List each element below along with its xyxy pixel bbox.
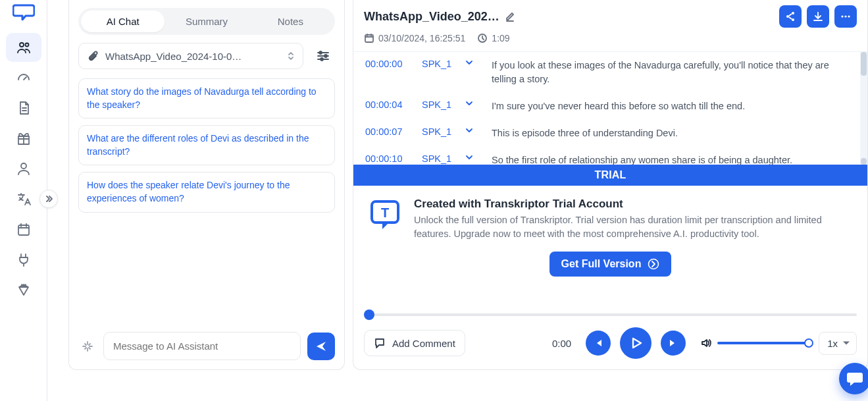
svg-rect-14 — [365, 35, 373, 42]
rail-gauge-icon[interactable] — [6, 63, 41, 92]
ai-message-input[interactable] — [103, 332, 301, 360]
file-selector-row: WhatsApp_Video_2024-10-0… — [78, 43, 335, 69]
progress-track — [364, 313, 857, 316]
header-actions — [779, 5, 857, 28]
add-comment-button[interactable]: Add Comment — [364, 330, 465, 356]
timestamp: 00:00:10 — [365, 153, 417, 164]
transkriptor-logo-icon: T — [368, 198, 402, 232]
suggestion-item[interactable]: How does the speaker relate Devi's journ… — [78, 172, 335, 212]
file-name: WhatsApp_Video_2024-10-0… — [105, 51, 280, 62]
rail-translate-icon[interactable] — [6, 184, 41, 213]
suggestion-item[interactable]: What story do the images of Navadurga te… — [78, 78, 335, 119]
tab-notes[interactable]: Notes — [249, 11, 332, 32]
volume-icon — [700, 337, 712, 349]
volume-control[interactable] — [700, 337, 809, 349]
player-controls: Add Comment 0:00 1x — [364, 327, 857, 359]
transcript-text: If you look at these images of the Navad… — [492, 59, 855, 86]
duration-meta: 1:09 — [477, 33, 509, 43]
upsell-card: T Created with Transkriptor Trial Accoun… — [353, 186, 867, 248]
title-text: WhatsApp_Video_202… — [364, 10, 499, 24]
cta-label: Get Full Version — [561, 258, 642, 270]
rail-calendar-icon[interactable] — [6, 215, 41, 244]
player: Add Comment 0:00 1x — [353, 302, 867, 369]
svg-text:T: T — [381, 205, 389, 220]
progress-bar[interactable] — [364, 309, 857, 321]
svg-point-1 — [25, 43, 28, 47]
composer — [78, 324, 335, 369]
rail-gift-icon[interactable] — [6, 124, 41, 153]
arrow-right-circle-icon — [648, 258, 659, 270]
next-button[interactable] — [661, 331, 686, 356]
trial-banner: TRIAL — [353, 165, 867, 186]
chevron-down-icon[interactable] — [465, 126, 486, 134]
duration-text: 1:09 — [492, 33, 509, 43]
rail-people-icon[interactable] — [6, 33, 41, 62]
transcript-row[interactable]: 00:00:07 SPK_1 This is episode three of … — [353, 120, 867, 147]
side-rail — [0, 0, 47, 401]
scrollbar-thumb[interactable] — [861, 52, 867, 76]
svg-point-11 — [841, 15, 843, 17]
prev-button[interactable] — [586, 331, 611, 356]
file-selector[interactable]: WhatsApp_Video_2024-10-0… — [78, 43, 303, 69]
suggestions-list: What story do the images of Navadurga te… — [78, 78, 335, 213]
file-title: WhatsApp_Video_202… — [364, 10, 515, 24]
paperclip-icon — [87, 50, 99, 62]
upsell-title: Created with Transkriptor Trial Account — [414, 198, 853, 211]
speaker-label[interactable]: SPK_1 — [422, 153, 460, 164]
svg-point-0 — [20, 43, 24, 47]
svg-point-13 — [848, 15, 850, 17]
rail-diamond-icon[interactable] — [6, 275, 41, 304]
transcript-text: So the first role of relationship any wo… — [492, 153, 855, 165]
timestamp: 00:00:04 — [365, 99, 417, 110]
speaker-label[interactable]: SPK_1 — [422, 126, 460, 137]
play-button[interactable] — [620, 327, 651, 359]
add-comment-label: Add Comment — [392, 338, 455, 349]
transcript-row[interactable]: 00:00:04 SPK_1 I'm sure you've never hea… — [353, 93, 867, 120]
suggestion-item[interactable]: What are the different roles of Devi as … — [78, 125, 335, 165]
rail-document-icon[interactable] — [6, 94, 41, 122]
help-bubble-button[interactable] — [839, 363, 868, 394]
speaker-label[interactable]: SPK_1 — [422, 59, 460, 69]
tab-summary[interactable]: Summary — [165, 11, 248, 32]
rail-user-icon[interactable] — [6, 154, 41, 183]
svg-point-9 — [792, 12, 794, 14]
tabs: AI Chat Summary Notes — [78, 8, 335, 35]
transcript: 00:00:00 SPK_1 If you look at these imag… — [353, 51, 867, 165]
filter-button[interactable] — [311, 44, 335, 68]
send-button[interactable] — [307, 333, 335, 360]
volume-thumb[interactable] — [804, 338, 813, 348]
svg-rect-4 — [18, 225, 29, 235]
file-meta: 03/10/2024, 16:25:51 1:09 — [353, 28, 867, 51]
download-button[interactable] — [807, 5, 829, 28]
chevron-down-icon[interactable] — [465, 59, 486, 67]
transcript-row[interactable]: 00:00:00 SPK_1 If you look at these imag… — [353, 52, 867, 93]
timestamp: 00:00:00 — [365, 59, 417, 69]
chevron-down-icon[interactable] — [465, 153, 486, 161]
upsell-text: Unlock the full version of Transkriptor.… — [414, 213, 853, 241]
transcript-text: I'm sure you've never heard this before … — [492, 99, 855, 113]
svg-point-8 — [786, 15, 789, 18]
edit-title-button[interactable] — [505, 11, 515, 22]
scrollbar-thumb[interactable] — [861, 158, 867, 165]
tab-ai-chat[interactable]: AI Chat — [81, 11, 165, 32]
more-button[interactable] — [834, 5, 857, 28]
rail-plug-icon[interactable] — [6, 245, 41, 274]
transcript-row[interactable]: 00:00:10 SPK_1 So the first role of rela… — [353, 147, 867, 165]
rail-expand-button[interactable] — [39, 190, 58, 208]
get-full-version-button[interactable]: Get Full Version — [549, 252, 672, 277]
svg-point-3 — [21, 163, 26, 169]
chevron-down-icon[interactable] — [465, 99, 486, 107]
svg-point-12 — [844, 15, 846, 17]
left-panel: AI Chat Summary Notes WhatsApp_Video_202… — [68, 0, 345, 370]
share-button[interactable] — [779, 5, 802, 28]
timestamp: 00:00:07 — [365, 126, 417, 137]
volume-track[interactable] — [717, 342, 809, 344]
date-meta: 03/10/2024, 16:25:51 — [364, 33, 465, 43]
right-panel: WhatsApp_Video_202… 03/10/2024, 16:25:51… — [353, 0, 868, 370]
transcript-text: This is episode three of understanding D… — [492, 126, 855, 140]
speaker-label[interactable]: SPK_1 — [422, 99, 460, 110]
speed-select[interactable]: 1x — [819, 332, 857, 355]
progress-thumb[interactable] — [364, 309, 374, 320]
comment-icon — [374, 337, 386, 349]
clock-icon — [477, 33, 488, 43]
